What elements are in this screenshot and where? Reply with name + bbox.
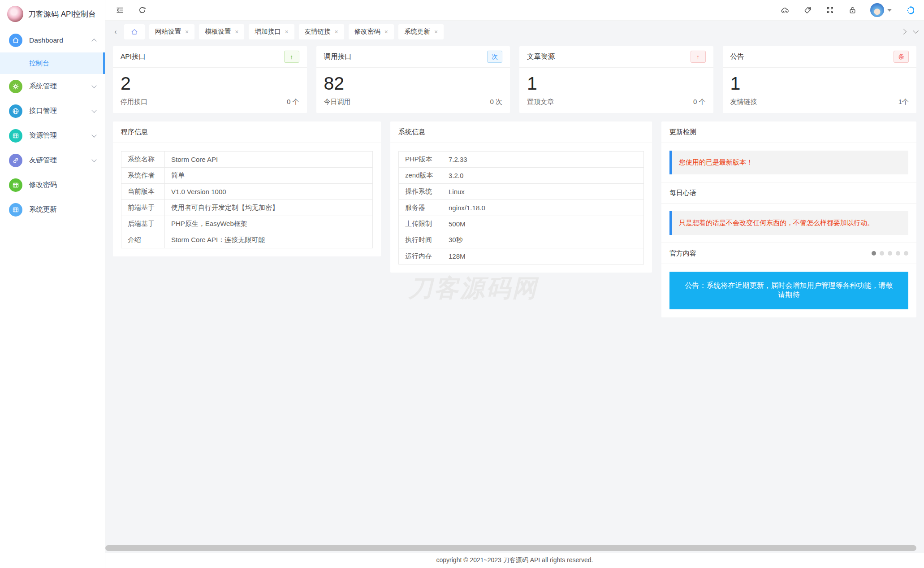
table-row: 运行内存128M bbox=[399, 248, 644, 264]
chevron-down-icon bbox=[91, 132, 96, 137]
tabs-scroll-left[interactable]: ‹ bbox=[112, 28, 120, 36]
logo: 刀客源码 API控制台 bbox=[0, 0, 105, 28]
app-title: 刀客源码 API控制台 bbox=[28, 9, 96, 19]
section-title: 每日心语 bbox=[669, 189, 696, 197]
stat-foot-value: 0 次 bbox=[490, 98, 502, 106]
stat-badge: ↑ bbox=[691, 51, 706, 63]
chevron-down-icon bbox=[91, 157, 96, 162]
stat-foot-label: 停用接口 bbox=[121, 98, 147, 106]
table-row: 上传限制500M bbox=[399, 216, 644, 232]
table-row: 服务器nginx/1.18.0 bbox=[399, 200, 644, 216]
section-title: 官方内容 bbox=[669, 249, 696, 258]
tab-friend-links[interactable]: 友情链接 × bbox=[299, 24, 344, 39]
close-icon[interactable]: × bbox=[384, 28, 388, 35]
stat-foot-value: 1个 bbox=[898, 98, 909, 106]
tab-website-settings[interactable]: 网站设置 × bbox=[149, 24, 194, 39]
table-row: 操作系统Linux bbox=[399, 184, 644, 200]
close-icon[interactable]: × bbox=[185, 28, 189, 35]
sidebar-item-link-manage[interactable]: 友链管理 bbox=[0, 148, 105, 173]
stat-title: 公告 bbox=[730, 52, 744, 61]
table-row: 介绍Storm Core API：连接无限可能 bbox=[121, 232, 373, 248]
sidebar-item-system-update[interactable]: 系统更新 bbox=[0, 197, 105, 222]
topbar-right bbox=[781, 3, 914, 17]
table-row: zend版本3.2.0 bbox=[399, 168, 644, 184]
user-menu[interactable] bbox=[870, 3, 892, 17]
logo-avatar bbox=[7, 6, 23, 22]
tab-label: 友情链接 bbox=[305, 27, 331, 36]
tab-system-update[interactable]: 系统更新 × bbox=[398, 24, 444, 39]
stat-foot-label: 置顶文章 bbox=[527, 98, 554, 106]
carousel-dot[interactable] bbox=[880, 251, 884, 256]
tag-icon[interactable] bbox=[803, 6, 812, 15]
home-icon bbox=[9, 34, 22, 47]
announcement-banner[interactable]: 公告：系统将在近期更新，届时会增加用户管理等各种功能，请敬请期待 bbox=[669, 272, 908, 309]
stat-value: 82 bbox=[316, 68, 510, 94]
tab-label: 模板设置 bbox=[205, 27, 231, 36]
sidebar: 刀客源码 API控制台 Dashboard 控制台 系统管理 bbox=[0, 0, 105, 568]
chevron-down-icon bbox=[91, 108, 96, 113]
panel-title: 系统信息 bbox=[398, 128, 425, 136]
stat-card-announcements: 公告 条 1 友情链接 1个 bbox=[723, 46, 917, 113]
carousel-dot[interactable] bbox=[904, 251, 908, 256]
refresh-icon[interactable] bbox=[138, 6, 147, 15]
stat-value: 1 bbox=[519, 68, 713, 94]
table-row: 执行时间30秒 bbox=[399, 232, 644, 248]
close-icon[interactable]: × bbox=[335, 28, 338, 35]
tab-add-api[interactable]: 增加接口 × bbox=[249, 24, 294, 39]
tab-home[interactable] bbox=[124, 24, 145, 39]
table-row: 前端基于使用者可自行开发定制【均无加密】 bbox=[121, 200, 373, 216]
stat-foot-value: 0 个 bbox=[287, 98, 299, 106]
table-row: 系统名称Storm Core API bbox=[121, 152, 373, 168]
horizontal-scrollbar[interactable] bbox=[105, 545, 916, 551]
tab-change-password[interactable]: 修改密码 × bbox=[349, 24, 394, 39]
tabs-scroll-right[interactable] bbox=[901, 29, 907, 35]
stat-title: 调用接口 bbox=[324, 52, 352, 61]
grid-icon bbox=[9, 178, 22, 192]
cloud-code-icon[interactable] bbox=[781, 6, 790, 15]
carousel-dot[interactable] bbox=[872, 251, 876, 256]
section-title: 更新检测 bbox=[669, 128, 696, 136]
stat-badge: 次 bbox=[487, 51, 502, 63]
stat-card-api: API接口 ↑ 2 停用接口 0 个 bbox=[113, 46, 307, 113]
sidebar-item-label: Dashboard bbox=[29, 36, 63, 44]
sidebar-item-change-password[interactable]: 修改密码 bbox=[0, 173, 105, 197]
sidebar-item-dashboard[interactable]: Dashboard bbox=[0, 28, 105, 52]
carousel-dot[interactable] bbox=[896, 251, 900, 256]
table-row: 当前版本V1.0 Version 1000 bbox=[121, 184, 373, 200]
sidebar-item-system-manage[interactable]: 系统管理 bbox=[0, 74, 105, 99]
close-icon[interactable]: × bbox=[235, 28, 238, 35]
table-row: PHP版本7.2.33 bbox=[399, 152, 644, 168]
sidebar-fold-icon[interactable] bbox=[115, 6, 124, 15]
update-check-alert: 您使用的已是最新版本！ bbox=[669, 151, 908, 174]
fullscreen-icon[interactable] bbox=[825, 6, 834, 15]
lock-icon[interactable] bbox=[848, 6, 857, 15]
close-icon[interactable]: × bbox=[285, 28, 288, 35]
sidebar-item-console[interactable]: 控制台 bbox=[0, 52, 105, 74]
grid-icon bbox=[9, 203, 22, 217]
tab-template-settings[interactable]: 模板设置 × bbox=[199, 24, 244, 39]
main-area: ‹ 网站设置 × 模板设置 × 增加接口 × 友情链接 × bbox=[105, 0, 924, 568]
grid-icon bbox=[9, 129, 22, 143]
home-icon bbox=[130, 28, 138, 36]
right-panel: 更新检测 您使用的已是最新版本！ 每日心语 只是想着的话是不会改变任何东西的，不… bbox=[661, 121, 916, 317]
system-info-table: PHP版本7.2.33 zend版本3.2.0 操作系统Linux 服务器ngi… bbox=[398, 151, 644, 264]
panel-title: 程序信息 bbox=[121, 128, 148, 136]
theme-toggle-icon[interactable] bbox=[905, 6, 914, 15]
tabs-menu-icon[interactable] bbox=[913, 28, 919, 34]
tabbar-controls bbox=[902, 30, 918, 34]
stat-title: 文章资源 bbox=[527, 52, 555, 61]
stat-card-calls: 调用接口 次 82 今日调用 0 次 bbox=[316, 46, 510, 113]
stat-value: 2 bbox=[113, 68, 307, 94]
tabbar: ‹ 网站设置 × 模板设置 × 增加接口 × 友情链接 × bbox=[105, 21, 924, 43]
app-root: 刀客源码 API控制台 Dashboard 控制台 系统管理 bbox=[0, 0, 924, 568]
sidebar-item-api-manage[interactable]: 接口管理 bbox=[0, 99, 105, 123]
stat-foot-label: 今日调用 bbox=[324, 98, 351, 106]
sidebar-item-label: 资源管理 bbox=[29, 131, 57, 140]
close-icon[interactable]: × bbox=[434, 28, 438, 35]
panels-row: 程序信息 系统名称Storm Core API 系统作者简单 当前版本V1.0 … bbox=[113, 121, 916, 317]
chevron-down-icon bbox=[91, 83, 96, 88]
stat-title: API接口 bbox=[121, 52, 146, 61]
sidebar-item-resource-manage[interactable]: 资源管理 bbox=[0, 123, 105, 148]
carousel-dot[interactable] bbox=[888, 251, 892, 256]
daily-quote-alert: 只是想着的话是不会改变任何东西的，不管怎么样都要加以行动。 bbox=[669, 211, 908, 235]
